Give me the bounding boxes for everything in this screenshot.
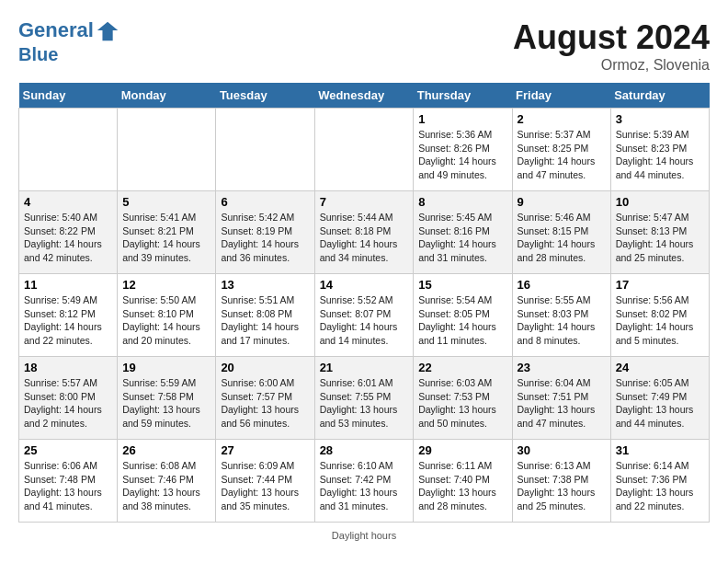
day-number: 3 bbox=[616, 112, 704, 126]
day-number: 26 bbox=[122, 443, 210, 457]
day-info: Sunrise: 5:39 AM Sunset: 8:23 PM Dayligh… bbox=[616, 128, 704, 182]
day-number: 10 bbox=[616, 195, 704, 209]
calendar-cell: 25Sunrise: 6:06 AM Sunset: 7:48 PM Dayli… bbox=[19, 440, 118, 523]
dow-sunday: Sunday bbox=[19, 83, 118, 109]
day-number: 31 bbox=[616, 443, 704, 457]
day-number: 15 bbox=[418, 278, 506, 292]
day-info: Sunrise: 5:55 AM Sunset: 8:03 PM Dayligh… bbox=[518, 293, 606, 348]
month-title: August 2024 bbox=[513, 18, 710, 57]
day-number: 30 bbox=[518, 443, 606, 457]
day-info: Sunrise: 6:04 AM Sunset: 7:51 PM Dayligh… bbox=[518, 376, 606, 431]
day-number: 12 bbox=[122, 278, 210, 292]
day-info: Sunrise: 6:10 AM Sunset: 7:42 PM Dayligh… bbox=[320, 459, 409, 513]
dow-tuesday: Tuesday bbox=[216, 83, 314, 109]
calendar-cell bbox=[19, 109, 118, 191]
day-number: 18 bbox=[24, 361, 112, 374]
day-info: Sunrise: 5:36 AM Sunset: 8:26 PM Dayligh… bbox=[418, 128, 506, 182]
svg-marker-0 bbox=[97, 22, 118, 41]
day-number: 16 bbox=[518, 278, 606, 292]
calendar-cell: 30Sunrise: 6:13 AM Sunset: 7:38 PM Dayli… bbox=[512, 440, 610, 523]
day-number: 29 bbox=[418, 443, 506, 457]
calendar-cell: 3Sunrise: 5:39 AM Sunset: 8:23 PM Daylig… bbox=[610, 109, 709, 191]
footer-note: Daylight hours bbox=[18, 530, 710, 541]
day-number: 27 bbox=[221, 443, 309, 457]
calendar-cell: 14Sunrise: 5:52 AM Sunset: 8:07 PM Dayli… bbox=[314, 274, 414, 357]
dow-wednesday: Wednesday bbox=[314, 83, 414, 109]
calendar-cell: 29Sunrise: 6:11 AM Sunset: 7:40 PM Dayli… bbox=[414, 440, 512, 523]
dow-thursday: Thursday bbox=[414, 83, 512, 109]
calendar-cell: 8Sunrise: 5:45 AM Sunset: 8:16 PM Daylig… bbox=[414, 191, 512, 274]
day-info: Sunrise: 5:45 AM Sunset: 8:16 PM Dayligh… bbox=[418, 211, 506, 265]
day-info: Sunrise: 5:41 AM Sunset: 8:21 PM Dayligh… bbox=[122, 211, 210, 265]
day-number: 17 bbox=[616, 278, 704, 292]
day-info: Sunrise: 6:06 AM Sunset: 7:48 PM Dayligh… bbox=[24, 459, 112, 513]
day-number: 13 bbox=[221, 278, 309, 292]
day-info: Sunrise: 6:13 AM Sunset: 7:38 PM Dayligh… bbox=[518, 459, 606, 513]
calendar-cell: 18Sunrise: 5:57 AM Sunset: 8:00 PM Dayli… bbox=[19, 357, 118, 440]
day-info: Sunrise: 5:44 AM Sunset: 8:18 PM Dayligh… bbox=[320, 211, 409, 265]
day-number: 7 bbox=[320, 195, 409, 209]
day-number: 14 bbox=[320, 278, 409, 292]
calendar-cell bbox=[216, 109, 314, 191]
day-number: 20 bbox=[221, 361, 309, 374]
day-info: Sunrise: 5:49 AM Sunset: 8:12 PM Dayligh… bbox=[24, 293, 112, 348]
calendar-cell: 2Sunrise: 5:37 AM Sunset: 8:25 PM Daylig… bbox=[512, 109, 610, 191]
day-info: Sunrise: 6:05 AM Sunset: 7:49 PM Dayligh… bbox=[616, 376, 704, 431]
logo-text-blue: Blue bbox=[18, 44, 121, 64]
day-number: 1 bbox=[418, 112, 506, 126]
calendar-cell: 4Sunrise: 5:40 AM Sunset: 8:22 PM Daylig… bbox=[19, 191, 118, 274]
day-number: 19 bbox=[122, 361, 210, 374]
day-info: Sunrise: 5:59 AM Sunset: 7:58 PM Dayligh… bbox=[122, 376, 210, 431]
calendar-cell: 5Sunrise: 5:41 AM Sunset: 8:21 PM Daylig… bbox=[118, 191, 216, 274]
calendar-cell: 27Sunrise: 6:09 AM Sunset: 7:44 PM Dayli… bbox=[216, 440, 314, 523]
calendar-cell: 16Sunrise: 5:55 AM Sunset: 8:03 PM Dayli… bbox=[512, 274, 610, 357]
dow-friday: Friday bbox=[512, 83, 610, 109]
calendar-cell: 9Sunrise: 5:46 AM Sunset: 8:15 PM Daylig… bbox=[512, 191, 610, 274]
calendar-cell: 20Sunrise: 6:00 AM Sunset: 7:57 PM Dayli… bbox=[216, 357, 314, 440]
calendar-cell: 10Sunrise: 5:47 AM Sunset: 8:13 PM Dayli… bbox=[610, 191, 709, 274]
day-number: 23 bbox=[518, 361, 606, 374]
calendar-cell: 19Sunrise: 5:59 AM Sunset: 7:58 PM Dayli… bbox=[118, 357, 216, 440]
day-info: Sunrise: 5:46 AM Sunset: 8:15 PM Dayligh… bbox=[518, 211, 606, 265]
day-number: 6 bbox=[221, 195, 309, 209]
logo-text: General bbox=[18, 18, 121, 44]
day-number: 25 bbox=[24, 443, 112, 457]
day-info: Sunrise: 5:50 AM Sunset: 8:10 PM Dayligh… bbox=[122, 293, 210, 348]
calendar-cell: 26Sunrise: 6:08 AM Sunset: 7:46 PM Dayli… bbox=[118, 440, 216, 523]
calendar-table: SundayMondayTuesdayWednesdayThursdayFrid… bbox=[18, 83, 710, 523]
day-info: Sunrise: 5:47 AM Sunset: 8:13 PM Dayligh… bbox=[616, 211, 704, 265]
day-info: Sunrise: 5:51 AM Sunset: 8:08 PM Dayligh… bbox=[221, 293, 309, 348]
logo: General Blue bbox=[18, 18, 121, 64]
calendar-cell: 21Sunrise: 6:01 AM Sunset: 7:55 PM Dayli… bbox=[314, 357, 414, 440]
day-info: Sunrise: 6:09 AM Sunset: 7:44 PM Dayligh… bbox=[221, 459, 309, 513]
page-header: General Blue August 2024 Ormoz, Slovenia bbox=[18, 18, 710, 74]
day-info: Sunrise: 6:00 AM Sunset: 7:57 PM Dayligh… bbox=[221, 376, 309, 431]
day-info: Sunrise: 5:57 AM Sunset: 8:00 PM Dayligh… bbox=[24, 376, 112, 431]
day-number: 4 bbox=[24, 195, 112, 209]
location: Ormoz, Slovenia bbox=[513, 57, 710, 74]
calendar-cell: 22Sunrise: 6:03 AM Sunset: 7:53 PM Dayli… bbox=[414, 357, 512, 440]
calendar-cell: 1Sunrise: 5:36 AM Sunset: 8:26 PM Daylig… bbox=[414, 109, 512, 191]
day-info: Sunrise: 6:08 AM Sunset: 7:46 PM Dayligh… bbox=[122, 459, 210, 513]
day-number: 11 bbox=[24, 278, 112, 292]
day-number: 5 bbox=[122, 195, 210, 209]
day-info: Sunrise: 6:03 AM Sunset: 7:53 PM Dayligh… bbox=[418, 376, 506, 431]
day-number: 9 bbox=[518, 195, 606, 209]
day-info: Sunrise: 5:40 AM Sunset: 8:22 PM Dayligh… bbox=[24, 211, 112, 265]
calendar-cell: 28Sunrise: 6:10 AM Sunset: 7:42 PM Dayli… bbox=[314, 440, 414, 523]
title-block: August 2024 Ormoz, Slovenia bbox=[513, 18, 710, 74]
day-info: Sunrise: 5:52 AM Sunset: 8:07 PM Dayligh… bbox=[320, 293, 409, 348]
day-info: Sunrise: 5:56 AM Sunset: 8:02 PM Dayligh… bbox=[616, 293, 704, 348]
calendar-cell bbox=[118, 109, 216, 191]
day-number: 28 bbox=[320, 443, 409, 457]
calendar-cell: 12Sunrise: 5:50 AM Sunset: 8:10 PM Dayli… bbox=[118, 274, 216, 357]
calendar-cell: 7Sunrise: 5:44 AM Sunset: 8:18 PM Daylig… bbox=[314, 191, 414, 274]
day-info: Sunrise: 5:37 AM Sunset: 8:25 PM Dayligh… bbox=[518, 128, 606, 182]
day-info: Sunrise: 6:14 AM Sunset: 7:36 PM Dayligh… bbox=[616, 459, 704, 513]
calendar-cell: 23Sunrise: 6:04 AM Sunset: 7:51 PM Dayli… bbox=[512, 357, 610, 440]
dow-monday: Monday bbox=[118, 83, 216, 109]
day-info: Sunrise: 5:42 AM Sunset: 8:19 PM Dayligh… bbox=[221, 211, 309, 265]
day-info: Sunrise: 6:11 AM Sunset: 7:40 PM Dayligh… bbox=[418, 459, 506, 513]
day-number: 24 bbox=[616, 361, 704, 374]
calendar-cell: 11Sunrise: 5:49 AM Sunset: 8:12 PM Dayli… bbox=[19, 274, 118, 357]
